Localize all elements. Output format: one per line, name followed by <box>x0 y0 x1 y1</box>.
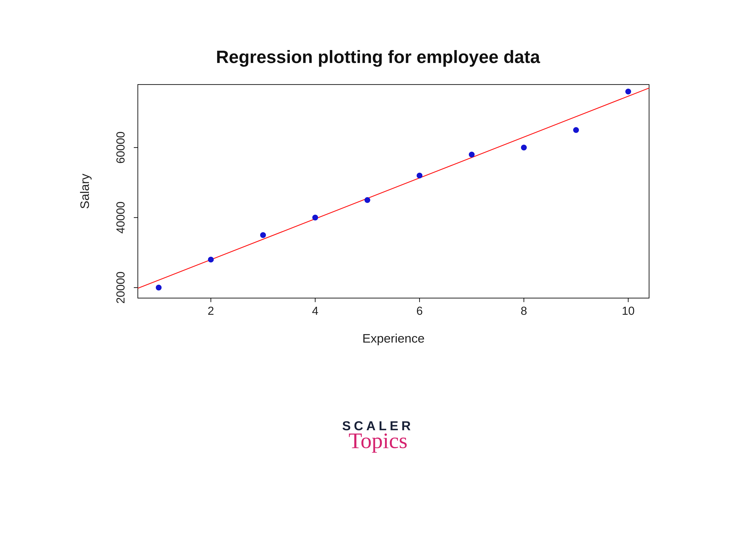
y-axis-label: Salary <box>78 174 92 209</box>
brand-logo: SCALER Topics <box>0 418 756 453</box>
x-tick-label: 4 <box>312 304 318 317</box>
data-point <box>625 89 631 94</box>
x-tick-label: 2 <box>208 304 214 317</box>
data-point <box>469 152 474 157</box>
plot-border <box>138 85 649 298</box>
regression-line <box>138 88 649 288</box>
x-tick-label: 6 <box>416 304 423 317</box>
logo-text-topics: Topics <box>0 428 756 453</box>
x-tick-label: 10 <box>622 304 634 317</box>
chart-container: 246810200004000060000ExperienceSalary <box>67 80 667 360</box>
data-point <box>521 145 527 150</box>
y-tick-label: 60000 <box>114 131 127 164</box>
x-axis-label: Experience <box>362 331 424 345</box>
data-point <box>417 173 422 179</box>
y-tick-label: 20000 <box>114 271 127 304</box>
data-point <box>312 215 318 220</box>
scatter-chart: 246810200004000060000ExperienceSalary <box>67 80 667 360</box>
data-point <box>364 197 370 203</box>
data-point <box>573 127 579 133</box>
chart-title: Regression plotting for employee data <box>0 47 756 67</box>
data-point <box>208 257 214 263</box>
x-tick-label: 8 <box>521 304 527 317</box>
data-point <box>260 232 266 238</box>
data-point <box>156 285 162 291</box>
page-root: Regression plotting for employee data 24… <box>0 0 756 533</box>
y-tick-label: 40000 <box>114 202 127 234</box>
